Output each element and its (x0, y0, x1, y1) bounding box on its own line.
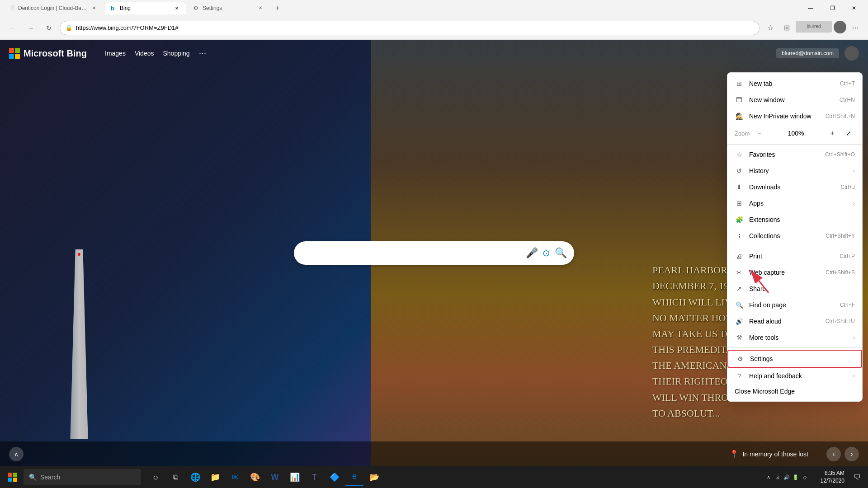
bing-avatar[interactable] (844, 46, 859, 61)
menu-apps-label: Apps (749, 200, 848, 207)
tab-settings-favicon: ⚙ (193, 5, 200, 11)
menu-close-edge[interactable]: Close Microsoft Edge (727, 384, 862, 399)
tab-settings[interactable]: ⚙ Settings ✕ (188, 2, 269, 14)
tab-bing[interactable]: b Bing ✕ (105, 2, 186, 14)
maximize-button[interactable]: ❐ (822, 1, 843, 15)
microphone-icon[interactable]: 🎤 (526, 247, 538, 259)
browser-frame: 🦷 Denticon Login | Cloud-Based P... ✕ b … (0, 0, 868, 488)
bing-navbar: Microsoft Bing Images Videos Shopping ··… (0, 40, 868, 67)
taskbar-chrome[interactable]: 🌐 (186, 468, 204, 486)
taskbar-file-manager[interactable]: 📂 (365, 468, 383, 486)
nav-shopping[interactable]: Shopping (163, 48, 189, 59)
tray-network[interactable]: ⊡ (773, 473, 782, 482)
nav-more[interactable]: ··· (199, 48, 207, 59)
zoom-in-button[interactable]: + (826, 127, 839, 140)
menu-find-shortcut: Ctrl+F (840, 302, 855, 308)
tab-bing-close[interactable]: ✕ (173, 5, 180, 12)
favorites-button[interactable]: ☆ (763, 21, 778, 35)
menu-settings[interactable]: ⚙ Settings (727, 350, 862, 368)
memorial-caption: 📍 In memory of those lost (730, 450, 808, 458)
taskbar-app-bar[interactable]: 📊 (286, 468, 304, 486)
start-button[interactable] (4, 468, 22, 486)
window-controls: — ❐ ✕ (800, 1, 864, 15)
zoom-expand-button[interactable]: ⤢ (842, 127, 855, 140)
menu-close-edge-label: Close Microsoft Edge (735, 388, 855, 395)
nav-images[interactable]: Images (105, 48, 126, 59)
menu-inprivate[interactable]: 🕵 New InPrivate window Ctrl+Shift+N (727, 108, 862, 124)
taskbar-app-blue[interactable]: 🔷 (326, 468, 344, 486)
menu-web-capture[interactable]: ✂ Web capture Ctrl+Shift+S (727, 264, 862, 281)
taskbar-search[interactable]: 🔍 Search (24, 469, 141, 485)
next-arrow[interactable]: › (844, 447, 859, 461)
menu-divider-3 (727, 347, 862, 348)
taskbar-teams[interactable]: T (306, 468, 324, 486)
menu-help[interactable]: ? Help and feedback › (727, 368, 862, 384)
scroll-up-button[interactable]: ∧ (9, 447, 24, 461)
notification-icon[interactable]: 🗨 (850, 470, 864, 484)
refresh-button[interactable]: ↻ (42, 21, 56, 35)
taskbar-task-view[interactable]: ⧉ (166, 468, 184, 486)
tab-denticon-close[interactable]: ✕ (90, 5, 98, 12)
tray-battery[interactable]: 🔋 (791, 473, 800, 482)
tab-settings-close[interactable]: ✕ (257, 5, 264, 12)
tray-chevron[interactable]: ∧ (764, 473, 773, 482)
menu-inprivate-label: New InPrivate window (749, 113, 820, 120)
menu-collections-shortcut: Ctrl+Shift+Y (826, 233, 855, 239)
more-tools-icon: ⚒ (735, 333, 744, 342)
tray-volume[interactable]: 🔊 (782, 473, 791, 482)
menu-new-window-shortcut: Ctrl+N (840, 97, 855, 103)
menu-new-tab[interactable]: ⊞ New tab Ctrl+T (727, 75, 862, 92)
menu-more-tools[interactable]: ⚒ More tools › (727, 329, 862, 346)
extensions-icon: 🧩 (735, 215, 744, 224)
menu-new-window[interactable]: 🗔 New window Ctrl+N (727, 92, 862, 108)
bing-bottom-bar: ∧ 📍 In memory of those lost ‹ › (0, 441, 868, 466)
taskbar-word[interactable]: W (266, 468, 284, 486)
forward-button[interactable]: → (24, 21, 38, 35)
taskbar-explorer-files[interactable]: 📁 (206, 468, 224, 486)
menu-downloads-shortcut: Ctrl+J (840, 184, 855, 190)
title-bar: 🦷 Denticon Login | Cloud-Based P... ✕ b … (0, 0, 868, 16)
address-input[interactable]: 🔒 https://www.bing.com/?FORM=Z9FD1# (60, 21, 760, 35)
back-button[interactable]: ← (5, 21, 20, 35)
menu-favorites[interactable]: ☆ Favorites Ctrl+Shift+O (727, 146, 862, 163)
menu-downloads[interactable]: ⬇ Downloads Ctrl+J (727, 179, 862, 195)
menu-history-label: History (749, 167, 848, 174)
zoom-out-button[interactable]: − (753, 127, 766, 140)
menu-read-aloud[interactable]: 🔊 Read aloud Ctrl+Shift+U (727, 313, 862, 329)
bing-search-input[interactable] (301, 249, 521, 257)
tray-dropbox[interactable]: ◇ (800, 473, 809, 482)
bing-nav-right: blurred@domain.com (776, 46, 859, 61)
visual-search-icon[interactable]: ⊙ (542, 248, 550, 258)
help-icon: ? (735, 371, 744, 380)
new-tab-button[interactable]: + (271, 2, 284, 14)
taskbar-time[interactable]: 8:35 AM 12/7/2020 (817, 469, 848, 485)
zoom-label: Zoom (735, 130, 750, 137)
nav-videos[interactable]: Videos (135, 48, 154, 59)
bing-logo[interactable]: Microsoft Bing (9, 48, 87, 59)
find-icon: 🔍 (735, 300, 744, 310)
menu-find[interactable]: 🔍 Find on page Ctrl+F (727, 297, 862, 313)
menu-history[interactable]: ↺ History › (727, 163, 862, 179)
taskbar-outlook[interactable]: ✉ (226, 468, 244, 486)
menu-read-aloud-label: Read aloud (749, 318, 820, 325)
tab-bing-favicon: b (111, 5, 117, 11)
prev-arrow[interactable]: ‹ (826, 447, 841, 461)
menu-apps[interactable]: ⊞ Apps › (727, 195, 862, 211)
minimize-button[interactable]: — (800, 1, 821, 15)
taskbar-cortana[interactable]: ○ (146, 468, 165, 486)
collections-button[interactable]: ⊞ (779, 21, 794, 35)
menu-collections[interactable]: ⫶ Collections Ctrl+Shift+Y (727, 228, 862, 244)
history-arrow: › (853, 168, 855, 174)
menu-print[interactable]: 🖨 Print Ctrl+P (727, 248, 862, 264)
taskbar-edge[interactable]: e (345, 468, 363, 486)
menu-share[interactable]: ↗ Share (727, 281, 862, 297)
menu-extensions[interactable]: 🧩 Extensions (727, 211, 862, 228)
settings-menu-button[interactable]: ··· (848, 21, 863, 35)
tab-denticon[interactable]: 🦷 Denticon Login | Cloud-Based P... ✕ (4, 2, 103, 14)
tab-settings-title: Settings (203, 5, 254, 11)
close-button[interactable]: ✕ (844, 1, 864, 15)
bing-account-btn[interactable]: blurred@domain.com (776, 48, 839, 58)
taskbar-paint[interactable]: 🎨 (246, 468, 264, 486)
profile-avatar[interactable] (834, 21, 846, 33)
search-button[interactable]: 🔍 (555, 247, 567, 259)
